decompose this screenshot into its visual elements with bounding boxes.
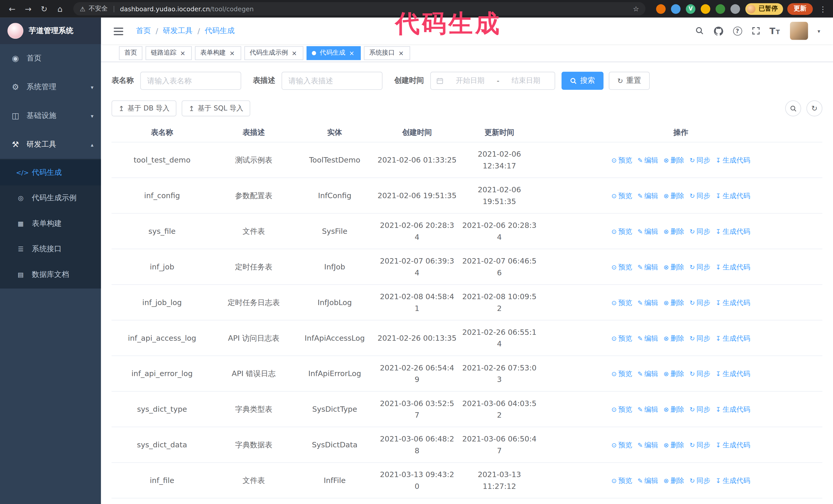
reset-button[interactable]: ↻ 重置: [609, 72, 649, 90]
action-sync-link[interactable]: ↻同步: [689, 154, 710, 166]
hamburger-icon[interactable]: [113, 27, 124, 35]
action-delete-link[interactable]: ⊗删除: [664, 225, 684, 237]
action-generate-link[interactable]: ↧生成代码: [716, 332, 750, 344]
action-sync-link[interactable]: ↻同步: [689, 404, 710, 415]
action-sync-link[interactable]: ↻同步: [689, 297, 710, 309]
search-icon[interactable]: [695, 27, 704, 35]
extension-puzzle-icon[interactable]: [731, 4, 740, 14]
action-preview-link[interactable]: ⊙预览: [611, 297, 632, 309]
action-edit-link[interactable]: ✎编辑: [638, 332, 658, 344]
user-avatar[interactable]: [790, 22, 808, 40]
bookmark-star-icon[interactable]: ☆: [633, 5, 639, 13]
action-generate-link[interactable]: ↧生成代码: [716, 368, 750, 380]
profile-paused-badge[interactable]: 已暂停: [745, 3, 783, 15]
action-delete-link[interactable]: ⊗删除: [664, 190, 684, 202]
action-delete-link[interactable]: ⊗删除: [664, 404, 684, 415]
tab-codegen-demo[interactable]: 代码生成示例×: [244, 46, 303, 60]
action-sync-link[interactable]: ↻同步: [689, 475, 710, 486]
action-edit-link[interactable]: ✎编辑: [638, 261, 658, 273]
sidebar-subitem-db-doc[interactable]: ▤数据库文档: [0, 262, 101, 287]
action-preview-link[interactable]: ⊙预览: [611, 225, 632, 237]
action-delete-link[interactable]: ⊗删除: [664, 154, 684, 166]
close-icon[interactable]: ×: [179, 49, 186, 57]
action-delete-link[interactable]: ⊗删除: [664, 439, 684, 451]
reload-icon[interactable]: ↻: [36, 4, 52, 14]
breadcrumb-item[interactable]: 首页: [136, 26, 151, 35]
toggle-search-button[interactable]: [785, 100, 801, 116]
action-sync-link[interactable]: ↻同步: [689, 332, 710, 344]
extension-grid-icon[interactable]: [701, 4, 710, 14]
sidebar-subitem-codegen[interactable]: </>代码生成: [0, 160, 101, 185]
action-preview-link[interactable]: ⊙预览: [611, 475, 632, 486]
action-edit-link[interactable]: ✎编辑: [638, 368, 658, 380]
action-delete-link[interactable]: ⊗删除: [664, 332, 684, 344]
home-icon[interactable]: ⌂: [52, 4, 68, 14]
breadcrumb-item[interactable]: 研发工具: [163, 26, 193, 35]
action-delete-link[interactable]: ⊗删除: [664, 368, 684, 380]
action-edit-link[interactable]: ✎编辑: [638, 225, 658, 237]
action-delete-link[interactable]: ⊗删除: [664, 297, 684, 309]
tab-form-builder[interactable]: 表单构建×: [195, 46, 241, 60]
action-edit-link[interactable]: ✎编辑: [638, 439, 658, 451]
action-preview-link[interactable]: ⊙预览: [611, 190, 632, 202]
action-sync-link[interactable]: ↻同步: [689, 368, 710, 380]
date-range-picker[interactable]: 开始日期 - 结束日期: [430, 72, 555, 90]
action-sync-link[interactable]: ↻同步: [689, 439, 710, 451]
action-generate-link[interactable]: ↧生成代码: [716, 297, 750, 309]
sidebar-subitem-form-builder[interactable]: ▦表单构建: [0, 211, 101, 236]
forward-icon[interactable]: →: [20, 4, 36, 14]
table-desc-input[interactable]: [282, 72, 383, 90]
action-edit-link[interactable]: ✎编辑: [638, 190, 658, 202]
action-edit-link[interactable]: ✎编辑: [638, 475, 658, 486]
sidebar-subitem-codegen-demo[interactable]: ◎代码生成示例: [0, 185, 101, 211]
close-icon[interactable]: ×: [291, 49, 298, 57]
github-icon[interactable]: [713, 26, 723, 36]
search-button[interactable]: 搜索: [562, 72, 603, 90]
action-generate-link[interactable]: ↧生成代码: [716, 439, 750, 451]
import-sql-button[interactable]: ↥ 基于 SQL 导入: [182, 100, 250, 116]
action-generate-link[interactable]: ↧生成代码: [716, 154, 750, 166]
extension-vue-icon[interactable]: V: [686, 4, 695, 14]
action-preview-link[interactable]: ⊙预览: [611, 332, 632, 344]
action-preview-link[interactable]: ⊙预览: [611, 439, 632, 451]
app-logo[interactable]: 芋道管理系统: [0, 18, 101, 44]
action-preview-link[interactable]: ⊙预览: [611, 154, 632, 166]
action-generate-link[interactable]: ↧生成代码: [716, 475, 750, 486]
extension-terminal-icon[interactable]: [716, 4, 725, 14]
kebab-menu-icon[interactable]: ⋮: [819, 5, 827, 13]
action-edit-link[interactable]: ✎编辑: [638, 297, 658, 309]
action-preview-link[interactable]: ⊙预览: [611, 404, 632, 415]
help-icon[interactable]: ?: [733, 26, 742, 35]
action-generate-link[interactable]: ↧生成代码: [716, 190, 750, 202]
action-delete-link[interactable]: ⊗删除: [664, 261, 684, 273]
table-name-input[interactable]: [140, 72, 241, 90]
action-edit-link[interactable]: ✎编辑: [638, 404, 658, 415]
breadcrumb-item[interactable]: 代码生成: [205, 26, 235, 35]
action-generate-link[interactable]: ↧生成代码: [716, 404, 750, 415]
address-bar[interactable]: ⚠ 不安全 dashboard.yudao.iocoder.cn/tool/co…: [73, 2, 645, 16]
close-icon[interactable]: ×: [397, 49, 405, 57]
sidebar-item-infra[interactable]: ◫基础设施▾: [0, 101, 101, 130]
tab-system-api[interactable]: 系统接口×: [364, 46, 410, 60]
font-size-icon[interactable]: TT: [769, 26, 780, 36]
action-preview-link[interactable]: ⊙预览: [611, 261, 632, 273]
action-edit-link[interactable]: ✎编辑: [638, 154, 658, 166]
import-db-button[interactable]: ↥ 基于 DB 导入: [112, 100, 176, 116]
extension-blue-icon[interactable]: [671, 4, 681, 14]
sidebar-item-home[interactable]: ◉首页: [0, 44, 101, 73]
tab-home[interactable]: 首页: [119, 46, 142, 60]
sidebar-item-system[interactable]: ⚙系统管理▾: [0, 73, 101, 101]
sidebar-subitem-system-api[interactable]: ☰系统接口: [0, 236, 101, 262]
refresh-table-button[interactable]: ↻: [806, 100, 822, 116]
action-sync-link[interactable]: ↻同步: [689, 261, 710, 273]
extension-orange-icon[interactable]: [656, 4, 666, 14]
sidebar-item-devtools[interactable]: ⚒研发工具▴: [0, 130, 101, 159]
tab-tracer[interactable]: 链路追踪×: [146, 46, 192, 60]
action-preview-link[interactable]: ⊙预览: [611, 368, 632, 380]
action-delete-link[interactable]: ⊗删除: [664, 475, 684, 486]
close-icon[interactable]: ×: [348, 49, 356, 57]
action-sync-link[interactable]: ↻同步: [689, 190, 710, 202]
action-sync-link[interactable]: ↻同步: [689, 225, 710, 237]
action-generate-link[interactable]: ↧生成代码: [716, 225, 750, 237]
fullscreen-icon[interactable]: [752, 27, 760, 35]
